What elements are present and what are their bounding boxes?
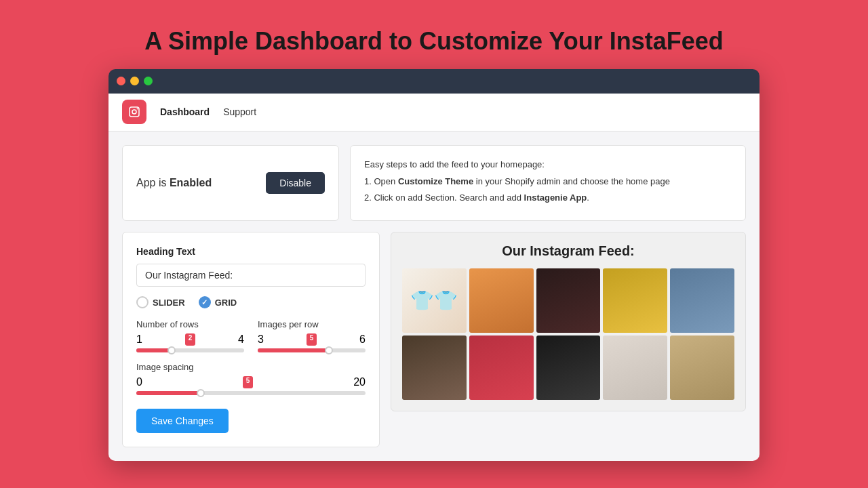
grid-image-9 — [603, 336, 667, 400]
status-bar: App is Enabled Disable — [122, 145, 339, 221]
rows-value-badge: 2 — [185, 333, 196, 346]
browser-content: Dashboard Support App is Enabled Disable… — [108, 94, 760, 461]
instructions-step1: 1. Open Customize Theme in your Shopify … — [364, 175, 732, 189]
close-dot[interactable] — [117, 77, 125, 85]
preview-panel: Our Instagram Feed: 👕 — [391, 232, 746, 411]
heading-label: Heading Text — [136, 246, 366, 257]
browser-window: Dashboard Support App is Enabled Disable… — [108, 69, 760, 461]
two-col-layout: Heading Text SLIDER GRID — [122, 232, 746, 447]
grid-image-3 — [536, 268, 601, 333]
images-value-badge: 5 — [307, 333, 317, 346]
instructions-panel: Easy steps to add the feed to your homep… — [350, 145, 746, 221]
radio-grid[interactable]: GRID — [199, 296, 237, 308]
spacing-label: Image spacing — [136, 362, 366, 372]
minimize-dot[interactable] — [130, 77, 139, 85]
preview-title: Our Instagram Feed: — [402, 243, 734, 259]
rows-slider-track[interactable] — [136, 348, 244, 352]
browser-titlebar — [108, 69, 760, 94]
radio-grid-check — [199, 296, 211, 308]
grid-image-7 — [469, 336, 534, 400]
instructions-intro: Easy steps to add the feed to your homep… — [364, 158, 732, 172]
radio-slider-label: SLIDER — [153, 298, 185, 308]
spacing-slider-group: Image spacing 0 5 20 — [136, 362, 366, 395]
grid-image-2 — [469, 268, 534, 333]
rows-slider-fill — [136, 348, 172, 352]
radio-slider[interactable]: SLIDER — [136, 296, 185, 308]
images-min: 3 — [258, 333, 264, 346]
app-logo — [122, 100, 146, 124]
page-title: A Simple Dashboard to Customize Your Ins… — [144, 27, 723, 56]
images-label: Images per row — [258, 319, 366, 329]
grid-image-10 — [670, 336, 734, 400]
app-status-text: App is Enabled — [136, 177, 212, 189]
instagram-grid: 👕 — [402, 268, 734, 400]
instructions-step2: 2. Click on add Section. Search and add … — [364, 191, 732, 205]
rows-numbers: 1 2 4 — [136, 333, 244, 346]
rows-slider-group: Number of rows 1 2 4 — [136, 319, 244, 352]
sliders-row: Number of rows 1 2 4 — [136, 319, 366, 352]
spacing-numbers: 0 5 20 — [136, 376, 366, 388]
spacing-slider-thumb[interactable] — [197, 389, 205, 397]
radio-slider-circle — [136, 296, 149, 308]
radio-grid-label: GRID — [215, 298, 237, 308]
settings-panel: Heading Text SLIDER GRID — [122, 232, 380, 447]
images-slider-fill — [258, 348, 329, 352]
save-button[interactable]: Save Changes — [136, 409, 229, 433]
images-slider-thumb[interactable] — [325, 346, 333, 354]
rows-slider-thumb[interactable] — [167, 346, 176, 354]
nav-dashboard[interactable]: Dashboard — [160, 104, 210, 120]
images-max: 6 — [359, 333, 366, 346]
expand-dot[interactable] — [144, 77, 153, 85]
grid-image-1: 👕 — [402, 268, 467, 333]
rows-label: Number of rows — [136, 319, 244, 329]
heading-input[interactable] — [136, 264, 366, 287]
images-slider-group: Images per row 3 5 6 — [258, 319, 366, 352]
rows-max: 4 — [238, 333, 244, 346]
svg-point-3 — [137, 108, 138, 110]
status-word: Enabled — [170, 177, 212, 188]
nav-support[interactable]: Support — [223, 104, 256, 120]
spacing-value-badge: 5 — [243, 376, 254, 388]
nav-bar: Dashboard Support — [108, 94, 760, 131]
layout-radio-group: SLIDER GRID — [136, 296, 366, 308]
images-numbers: 3 5 6 — [258, 333, 366, 346]
images-slider-track[interactable] — [258, 348, 366, 352]
spacing-min: 0 — [136, 376, 142, 388]
grid-image-5 — [670, 268, 734, 333]
spacing-max: 20 — [353, 376, 366, 388]
disable-button[interactable]: Disable — [266, 172, 325, 194]
spacing-slider-track[interactable] — [136, 391, 366, 395]
grid-image-8 — [536, 336, 601, 400]
spacing-slider-fill — [136, 391, 201, 395]
grid-image-6 — [402, 336, 467, 400]
main-content: App is Enabled Disable Easy steps to add… — [108, 131, 760, 461]
grid-image-4 — [603, 268, 667, 333]
rows-min: 1 — [136, 333, 142, 346]
